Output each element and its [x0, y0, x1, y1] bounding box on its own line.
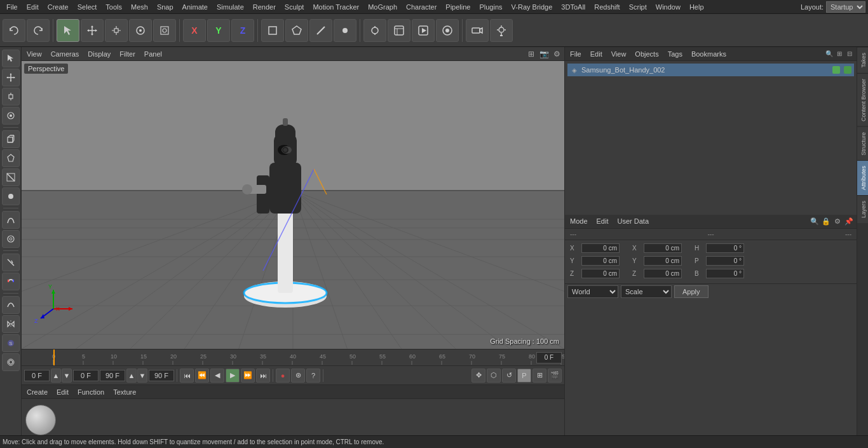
menu-redshift[interactable]: Redshift	[590, 2, 623, 12]
viewport-menu-cameras[interactable]: Cameras	[48, 49, 82, 59]
viewport-menu-panel[interactable]: Panel	[142, 49, 165, 59]
menu-vray[interactable]: V-Ray Bridge	[508, 2, 557, 12]
pb-move-icon[interactable]: ✥	[471, 369, 485, 383]
attrs-settings-icon[interactable]: ⚙	[832, 216, 843, 226]
attrs-edit-btn[interactable]: Edit	[594, 216, 611, 226]
record-button[interactable]: ●	[276, 369, 290, 383]
z-axis-button[interactable]: Z	[231, 19, 254, 42]
coord-z-rot-input[interactable]	[644, 269, 682, 278]
frame-display-input[interactable]	[536, 352, 562, 363]
vtab-content-browser[interactable]: Content Browser	[857, 73, 868, 126]
menu-animate[interactable]: Animate	[179, 2, 212, 12]
point-mode-button[interactable]	[334, 19, 356, 42]
sidebar-settings-tool[interactable]	[2, 353, 20, 371]
viewport-icon-expand[interactable]: ⊞	[526, 49, 536, 59]
edge-mode-button[interactable]	[309, 19, 332, 42]
vtab-takes[interactable]: Takes	[857, 47, 868, 73]
play-button[interactable]: ▶	[226, 369, 240, 383]
sidebar-point-tool[interactable]	[2, 187, 20, 205]
sidebar-smooth-tool[interactable]	[2, 296, 20, 314]
snap-button[interactable]	[363, 19, 386, 42]
sidebar-spline-tool[interactable]	[2, 211, 20, 229]
go-to-start-button[interactable]: ⏮	[180, 369, 194, 383]
sidebar-select-tool[interactable]	[2, 50, 20, 67]
sidebar-knife-tool[interactable]	[2, 254, 20, 271]
menu-pipeline[interactable]: Pipeline	[442, 2, 474, 12]
sidebar-brush-tool[interactable]	[2, 230, 20, 248]
coord-p-input[interactable]	[706, 256, 744, 266]
select-mode-button[interactable]	[57, 19, 79, 42]
objects-tags-btn[interactable]: Tags	[665, 49, 685, 59]
vtab-layers[interactable]: Layers	[857, 195, 868, 223]
viewport-icon-settings[interactable]: ⚙	[552, 49, 562, 59]
menu-file[interactable]: File	[3, 2, 22, 12]
frame-end-step-up[interactable]: ▲	[126, 369, 137, 383]
material-create-btn[interactable]: Create	[24, 387, 50, 397]
undo-button[interactable]	[3, 19, 25, 42]
menu-3dtoall[interactable]: 3DToAll	[557, 2, 589, 12]
x-axis-button[interactable]: X	[183, 19, 206, 42]
sidebar-mirror-tool[interactable]	[2, 315, 20, 333]
viewport-menu-filter[interactable]: Filter	[117, 49, 137, 59]
coord-y-pos-input[interactable]	[581, 256, 620, 266]
pb-p-icon[interactable]: P	[517, 369, 531, 383]
menu-motion-tracker[interactable]: Motion Tracker	[309, 2, 363, 12]
material-function-btn[interactable]: Function	[75, 387, 107, 397]
objects-grid-icon[interactable]: ⊞	[835, 50, 844, 58]
pb-grid-icon[interactable]: ⊞	[532, 369, 546, 383]
frame-start-input[interactable]	[24, 370, 50, 381]
transform-button[interactable]	[153, 19, 176, 42]
attrs-lock-icon[interactable]: 🔒	[821, 216, 831, 226]
sidebar-scale-tool[interactable]	[2, 88, 20, 105]
frame-step-up[interactable]: ▲	[51, 369, 61, 383]
light-button[interactable]	[490, 19, 513, 42]
move-button[interactable]	[81, 19, 104, 42]
menu-mesh[interactable]: Mesh	[127, 2, 152, 12]
camera-button[interactable]	[466, 19, 489, 42]
help-button[interactable]: ?	[306, 369, 320, 383]
objects-objects-btn[interactable]: Objects	[632, 49, 661, 59]
timeline-area[interactable]: 0 5 10 15 20 25 30 35	[22, 349, 564, 365]
objects-view-btn[interactable]: View	[609, 49, 629, 59]
frame-end-step-down[interactable]: ▼	[137, 369, 147, 383]
viewport-menu-view[interactable]: View	[24, 49, 44, 59]
apply-button[interactable]: Apply	[674, 285, 709, 298]
pb-curve-icon[interactable]: ↺	[502, 369, 516, 383]
step-forward-button[interactable]: ⏩	[241, 369, 255, 383]
coord-x-pos-input[interactable]	[581, 243, 620, 253]
render-button[interactable]	[412, 19, 435, 42]
coord-h-input[interactable]	[706, 243, 744, 253]
sidebar-move-tool[interactable]	[2, 69, 20, 86]
coord-x-rot-input[interactable]	[644, 243, 682, 253]
step-back-button[interactable]: ⏪	[195, 369, 209, 383]
menu-plugins[interactable]: Plugins	[475, 2, 506, 12]
sidebar-polygon-tool[interactable]	[2, 149, 20, 167]
y-axis-button[interactable]: Y	[207, 19, 230, 42]
attrs-userdata-btn[interactable]: User Data	[615, 216, 652, 226]
ipr-button[interactable]	[436, 19, 459, 42]
sidebar-edge-tool[interactable]	[2, 168, 20, 186]
menu-snap[interactable]: Snap	[153, 2, 177, 12]
frame-step-down[interactable]: ▼	[62, 369, 72, 383]
menu-mograph[interactable]: MoGraph	[364, 2, 401, 12]
menu-create[interactable]: Create	[44, 2, 72, 12]
sidebar-paint-tool[interactable]: S	[2, 334, 20, 352]
coord-z-pos-input[interactable]	[581, 269, 620, 278]
object-row-samsung[interactable]: ◈ Samsung_Bot_Handy_002	[567, 64, 854, 76]
menu-script[interactable]: Script	[625, 2, 651, 12]
menu-simulate[interactable]: Simulate	[213, 2, 248, 12]
menu-window[interactable]: Window	[652, 2, 684, 12]
pb-key-icon[interactable]: ⬡	[487, 369, 501, 383]
viewport-3d[interactable]: X Y Z Perspective Grid Spacing : 100 cm	[22, 61, 564, 349]
coord-y-rot-input[interactable]	[644, 256, 682, 266]
sidebar-magnet-tool[interactable]	[2, 273, 20, 290]
polygon-mode-button[interactable]	[285, 19, 308, 42]
objects-search-icon[interactable]: 🔍	[825, 50, 834, 58]
objects-edit-btn[interactable]: Edit	[588, 49, 605, 59]
frame-end-input1[interactable]	[100, 370, 125, 381]
vtab-attributes[interactable]: Attributes	[857, 160, 868, 195]
frame-end-input2[interactable]	[149, 370, 174, 381]
coord-b-input[interactable]	[706, 269, 744, 278]
material-texture-btn[interactable]: Texture	[111, 387, 139, 397]
redo-button[interactable]	[27, 19, 50, 42]
